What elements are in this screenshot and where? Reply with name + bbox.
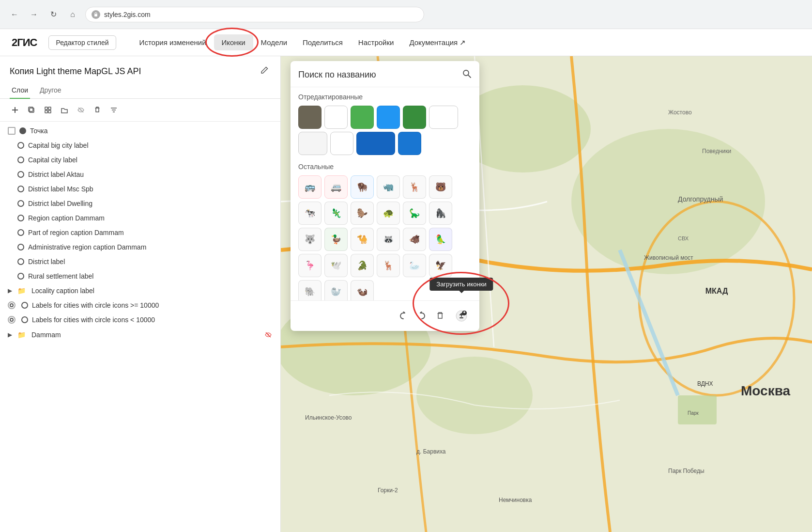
icon-swatch[interactable]: 🐪: [351, 228, 374, 251]
nav-icons[interactable]: Иконки: [214, 34, 253, 50]
icon-swatch[interactable]: 🦝: [377, 228, 400, 251]
layer-label: Locality caption label: [31, 287, 94, 295]
layer-type-dot: [17, 171, 24, 178]
logo: 2ГИС: [12, 36, 37, 49]
svg-text:Долгопрудный: Долгопрудный: [678, 195, 723, 203]
tab-other[interactable]: Другое: [38, 82, 63, 99]
layer-item[interactable]: ▶ 📁 Dammam: [0, 327, 280, 343]
folder-icon: 📁: [17, 287, 26, 295]
icon-swatch[interactable]: [429, 106, 458, 129]
icon-swatch[interactable]: 🐗: [403, 228, 426, 251]
sidebar-header: Копия Light theme MapGL JS API: [0, 56, 280, 82]
layer-item[interactable]: District label Aktau: [10, 167, 280, 182]
icon-swatch[interactable]: 🦍: [429, 202, 452, 225]
icon-swatch[interactable]: 🦫: [351, 202, 374, 225]
sidebar-tabs: Слои Другое: [0, 82, 280, 99]
icon-swatch[interactable]: 🐺: [298, 228, 322, 251]
home-button[interactable]: ⌂: [66, 8, 79, 21]
layer-item[interactable]: District label Msc Spb: [10, 182, 280, 196]
delete-icon-button[interactable]: [433, 309, 447, 323]
delete-button[interactable]: [90, 103, 105, 117]
address-bar[interactable]: styles.2gis.com: [85, 7, 424, 22]
icon-swatch[interactable]: 🐻: [429, 175, 452, 199]
nav-docs[interactable]: Документация ↗: [401, 34, 474, 51]
upload-button-wrapper: Загрузить иконки: [451, 306, 472, 326]
icon-swatch[interactable]: [377, 106, 400, 129]
sidebar: Копия Light theme MapGL JS API Слои Друг…: [0, 56, 281, 532]
layer-item[interactable]: Region caption Dammam: [10, 211, 280, 225]
svg-rect-6: [48, 107, 51, 110]
icon-swatch[interactable]: [298, 132, 327, 155]
icon-swatch[interactable]: [330, 132, 353, 155]
icon-swatch[interactable]: [324, 106, 348, 129]
icon-swatch[interactable]: 🦬: [351, 175, 374, 199]
icon-swatch[interactable]: 🦌: [377, 254, 400, 277]
icon-swatch[interactable]: 🦆: [324, 228, 348, 251]
icon-swatch[interactable]: 🦦: [351, 280, 374, 300]
icon-swatch[interactable]: 🦅: [429, 254, 452, 277]
add-layer-button[interactable]: [8, 103, 22, 117]
icon-swatch[interactable]: 🐄: [298, 202, 322, 225]
layer-item[interactable]: Administrative region caption Dammam: [10, 240, 280, 254]
filter-button[interactable]: [107, 103, 121, 117]
icon-swatch[interactable]: 🚐: [324, 175, 348, 199]
layer-visibility-checkbox[interactable]: [8, 127, 15, 135]
icon-swatch[interactable]: [398, 132, 421, 155]
icon-swatch[interactable]: 🦜: [429, 228, 452, 251]
layer-item[interactable]: District label: [10, 254, 280, 269]
icon-swatch[interactable]: [351, 106, 374, 129]
layer-item[interactable]: Точка: [0, 124, 280, 138]
layer-type-dot: [17, 142, 24, 149]
layer-type-dot: [17, 244, 24, 250]
icons-search-button[interactable]: [462, 69, 472, 81]
style-editor-button[interactable]: Редактор стилей: [48, 35, 116, 50]
upload-icons-button[interactable]: [451, 306, 472, 326]
icon-swatch[interactable]: 🚌: [298, 175, 322, 199]
nav-history[interactable]: История изменений: [132, 34, 214, 51]
hide-button[interactable]: [74, 103, 88, 117]
tab-layers[interactable]: Слои: [10, 82, 30, 99]
icon-swatch[interactable]: [403, 106, 426, 129]
folder-button[interactable]: [57, 103, 72, 117]
icons-panel-header: Поиск по названию: [291, 61, 479, 87]
icon-swatch[interactable]: 🦎: [324, 202, 348, 225]
nav-models[interactable]: Модели: [253, 34, 295, 51]
icon-swatch[interactable]: 🦏: [377, 175, 400, 199]
duplicate-button[interactable]: [24, 103, 39, 117]
icon-swatch[interactable]: 🐊: [351, 254, 374, 277]
layer-item[interactable]: ▶ 📁 Locality caption label: [0, 283, 280, 298]
icon-swatch[interactable]: [298, 106, 322, 129]
icon-swatch[interactable]: 🦩: [298, 254, 322, 277]
layer-item[interactable]: Part of region caption Dammam: [10, 225, 280, 240]
undo-button[interactable]: [396, 309, 411, 323]
icon-swatch[interactable]: [356, 132, 395, 155]
layer-item[interactable]: Rural settlement label: [10, 269, 280, 283]
map-area[interactable]: МКАД Москва Аналитика Жостово Поведники …: [281, 56, 812, 532]
icon-swatch[interactable]: 🐘: [298, 280, 322, 300]
edit-title-button[interactable]: [258, 64, 271, 78]
layer-item[interactable]: Labels for cities with circle icons >= 1…: [0, 298, 280, 313]
icon-swatch[interactable]: 🦌: [403, 175, 426, 199]
layer-item[interactable]: Capital big city label: [10, 138, 280, 153]
icon-swatch[interactable]: 🦢: [403, 254, 426, 277]
browser-chrome: ← → ↻ ⌂ styles.2gis.com: [0, 0, 812, 29]
layer-label: Administrative region caption Dammam: [28, 243, 146, 251]
group-button[interactable]: [41, 103, 55, 117]
nav-settings[interactable]: Настройки: [351, 34, 402, 51]
back-button[interactable]: ←: [8, 8, 21, 21]
icon-swatch[interactable]: 🦕: [403, 202, 426, 225]
tooltip-arrow: [459, 291, 464, 296]
layer-item[interactable]: District label Dwelling: [10, 196, 280, 211]
icon-swatch[interactable]: 🐢: [377, 202, 400, 225]
forward-button[interactable]: →: [27, 8, 41, 21]
icon-swatch[interactable]: 🕊️: [324, 254, 348, 277]
svg-point-21: [416, 357, 533, 434]
layer-item[interactable]: Labels for cities with circle icons < 10…: [0, 313, 280, 327]
layer-label: Capital city label: [28, 156, 77, 164]
nav-share[interactable]: Поделиться: [295, 34, 351, 51]
refresh-button[interactable]: ↻: [46, 8, 60, 21]
layer-circle-icon: [8, 301, 15, 309]
icon-swatch[interactable]: 🦭: [324, 280, 348, 300]
redo-button[interactable]: [414, 309, 429, 323]
layer-item[interactable]: Capital city label: [10, 153, 280, 167]
